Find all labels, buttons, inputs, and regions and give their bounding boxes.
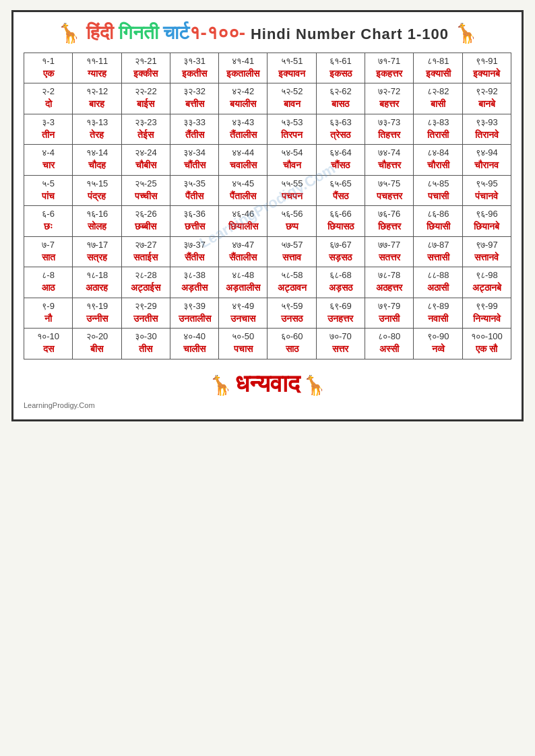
number-word: छियासठ bbox=[319, 220, 363, 234]
table-cell: ६९-69उनहत्तर bbox=[316, 298, 365, 328]
number-word: छत्तीस bbox=[172, 220, 216, 234]
number-word: उनतालीस bbox=[172, 312, 216, 326]
number-word: बारह bbox=[75, 98, 119, 111]
number-word: पैंसठ bbox=[319, 190, 363, 203]
number-devanagari: २३-23 bbox=[124, 117, 168, 129]
number-devanagari: ४५-45 bbox=[221, 178, 265, 190]
number-devanagari: ९-9 bbox=[26, 301, 70, 312]
number-devanagari: ६३-63 bbox=[319, 117, 363, 129]
number-word: उनचास bbox=[221, 312, 265, 326]
table-row: ७-7सात१७-17सत्रह२७-27सताईस३७-37सैंतीस४७-… bbox=[24, 236, 511, 267]
footer-area: 🦒 धन्यवाद 🦒 bbox=[24, 370, 511, 398]
table-cell: ३०-30तीस bbox=[121, 329, 170, 359]
giraffe-footer-right-icon: 🦒 bbox=[303, 375, 326, 396]
title-area: 🦒 हिंदी गिनती चार्ट१-१००- Hindi Number C… bbox=[24, 22, 511, 44]
table-cell: २८-28अट्ठाईस bbox=[121, 267, 170, 298]
number-devanagari: ९९-99 bbox=[465, 301, 509, 312]
title-hindi-word3: चार्ट bbox=[163, 22, 189, 43]
table-cell: ७७-77सतत्तर bbox=[365, 236, 414, 267]
number-devanagari: ४२-42 bbox=[221, 86, 265, 98]
number-word: सत्तर bbox=[319, 343, 363, 356]
table-cell: ८२-82बासी bbox=[414, 83, 462, 114]
number-devanagari: ४६-46 bbox=[221, 209, 265, 220]
number-devanagari: १५-15 bbox=[75, 178, 119, 190]
table-cell: ५९-59उनसठ bbox=[268, 298, 316, 328]
number-devanagari: ६८-68 bbox=[319, 270, 363, 281]
number-word: तीन bbox=[26, 129, 70, 142]
table-cell: ९६-96छियानबे bbox=[462, 206, 511, 236]
table-cell: ८९-89नवासी bbox=[414, 298, 462, 328]
table-cell: ७०-70सत्तर bbox=[316, 329, 365, 359]
number-word: छः bbox=[26, 220, 70, 234]
number-word: इक्कीस bbox=[124, 67, 168, 81]
number-devanagari: ८७-87 bbox=[416, 240, 460, 251]
table-row: ५-5पांच१५-15पंद्रह२५-25पच्चीस३५-35पैंतीस… bbox=[24, 175, 511, 205]
number-devanagari: ५१-51 bbox=[270, 56, 313, 67]
number-devanagari: ७३-73 bbox=[367, 117, 411, 129]
number-devanagari: १०-10 bbox=[26, 331, 70, 343]
number-devanagari: ४७-47 bbox=[221, 240, 265, 251]
table-row: ८-8आठ१८-18अठारह२८-28अट्ठाईस३८-38अड़तीस४८… bbox=[24, 267, 511, 298]
number-devanagari: ८३-83 bbox=[416, 117, 460, 129]
number-devanagari: ५०-50 bbox=[221, 331, 265, 343]
title-hindi-word2: गिनती bbox=[119, 22, 164, 43]
table-cell: ६०-60साठ bbox=[268, 329, 316, 359]
table-cell: २४-24चौबीस bbox=[121, 145, 170, 175]
table-cell: ५-5पांच bbox=[24, 175, 73, 205]
number-word: चालीस bbox=[172, 343, 216, 356]
number-devanagari: २५-25 bbox=[124, 178, 168, 190]
number-word: सड़सठ bbox=[319, 251, 363, 265]
table-cell: ४६-46छियालीस bbox=[219, 206, 268, 236]
number-word: पंचानवे bbox=[465, 190, 509, 203]
table-cell: ३८-38अड़तीस bbox=[170, 267, 218, 298]
table-cell: ३३-33तैंतीस bbox=[170, 114, 218, 144]
number-word: अस्सी bbox=[367, 343, 411, 356]
number-devanagari: ८१-81 bbox=[416, 56, 460, 67]
number-devanagari: ९२-92 bbox=[465, 86, 509, 98]
number-word: सैंतालीस bbox=[221, 251, 265, 265]
number-devanagari: ७६-76 bbox=[367, 209, 411, 220]
table-cell: ६६-66छियासठ bbox=[316, 206, 365, 236]
number-devanagari: २६-26 bbox=[124, 209, 168, 220]
number-devanagari: २७-27 bbox=[124, 240, 168, 251]
number-devanagari: २०-20 bbox=[75, 331, 119, 343]
table-cell: २६-26छब्बीस bbox=[121, 206, 170, 236]
number-word: अठहत्तर bbox=[367, 281, 411, 295]
table-cell: ४५-45पैंतालीस bbox=[219, 175, 268, 205]
number-word: इकहत्तर bbox=[367, 67, 411, 81]
number-devanagari: १९-19 bbox=[75, 301, 119, 312]
table-cell: ६८-68अड़सठ bbox=[316, 267, 365, 298]
number-word: बावन bbox=[270, 98, 313, 111]
number-devanagari: ६४-64 bbox=[319, 147, 363, 159]
number-devanagari: १६-16 bbox=[75, 209, 119, 220]
number-word: चौंतीस bbox=[172, 159, 216, 172]
number-devanagari: ७७-77 bbox=[367, 240, 411, 251]
table-row: १-1एक११-11ग्यारह२१-21इक्कीस३१-31इकतीस४१-… bbox=[24, 53, 511, 83]
number-devanagari: ४१-41 bbox=[221, 56, 265, 67]
number-word: निन्यानवे bbox=[465, 312, 509, 326]
number-word: बहत्तर bbox=[367, 98, 411, 111]
number-word: चौवन bbox=[270, 159, 313, 172]
number-word: बाईस bbox=[124, 98, 168, 111]
table-cell: ८१-81इक्यासी bbox=[414, 53, 462, 83]
number-word: एक सौ bbox=[465, 343, 509, 356]
table-cell: २१-21इक्कीस bbox=[121, 53, 170, 83]
table-cell: १४-14चौदह bbox=[73, 145, 121, 175]
table-cell: १०-10दस bbox=[24, 329, 73, 359]
number-word: तिरपन bbox=[270, 129, 313, 142]
number-devanagari: ८०-80 bbox=[367, 331, 411, 343]
giraffe-footer-left-icon: 🦒 bbox=[209, 375, 232, 396]
number-devanagari: २१-21 bbox=[124, 56, 168, 67]
number-word: अट्ठावन bbox=[270, 281, 313, 295]
number-word: इकतालीस bbox=[221, 67, 265, 81]
table-cell: ९२-92बानबे bbox=[462, 83, 511, 114]
number-devanagari: ६०-60 bbox=[270, 331, 313, 343]
table-cell: ४४-44चवालीस bbox=[219, 145, 268, 175]
number-devanagari: ४०-40 bbox=[172, 331, 216, 343]
table-cell: ९४-94चौरानव bbox=[462, 145, 511, 175]
table-cell: ६२-62बासठ bbox=[316, 83, 365, 114]
table-cell: ४२-42बयालीस bbox=[219, 83, 268, 114]
number-devanagari: १००-100 bbox=[465, 331, 509, 343]
number-word: चौरानव bbox=[465, 159, 509, 172]
number-word: सात bbox=[26, 251, 70, 265]
